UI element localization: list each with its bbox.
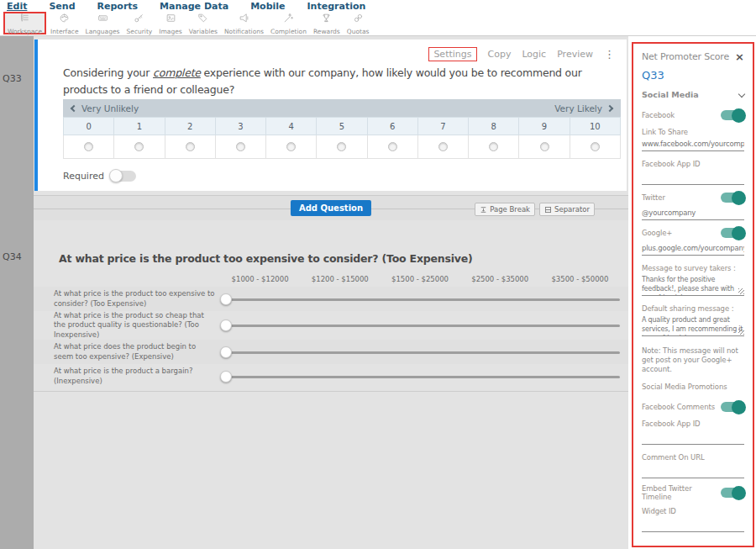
twitter-toggle[interactable] — [721, 193, 744, 203]
menu-mobile[interactable]: Mobile — [250, 1, 285, 12]
close-icon[interactable]: × — [735, 51, 744, 62]
toolbar-item-languages[interactable]: Languages — [83, 12, 123, 34]
slider-handle[interactable] — [220, 346, 232, 358]
nps-radio-1[interactable] — [134, 142, 144, 151]
toolbar-item-notifications[interactable]: Notifications — [222, 12, 266, 34]
link-to-share-input[interactable]: www.facebook.com/yourcompany — [642, 140, 744, 151]
twitter-handle-input[interactable]: @yourcompany — [642, 209, 744, 220]
nps-right-anchor[interactable]: Very Likely — [554, 103, 612, 113]
toolbar-item-rewards[interactable]: Rewards — [311, 12, 343, 34]
sharing-message-label: Default sharing message : — [642, 304, 744, 313]
nps-number: 2 — [165, 117, 216, 135]
logic-button[interactable]: Logic — [522, 49, 546, 60]
social-media-section-header[interactable]: Social Media — [642, 89, 744, 99]
resize-grip-icon[interactable] — [738, 288, 744, 294]
slider-track[interactable] — [227, 325, 620, 327]
nps-scale-header: Very Unlikely Very Likely — [63, 99, 621, 117]
facebook-app-id-input[interactable] — [642, 168, 744, 185]
nps-radio-8[interactable] — [489, 142, 498, 151]
price-range-label: $1200 - $15000 — [300, 275, 380, 283]
nps-radio-3[interactable] — [236, 142, 245, 151]
chevron-down-icon — [738, 91, 745, 98]
question-actions: Settings Copy Logic Preview ⋮ — [428, 47, 615, 61]
nps-number: 8 — [469, 117, 519, 135]
nps-number: 4 — [266, 117, 317, 135]
slider-row: At what price does the product begin to … — [34, 340, 628, 364]
widget-id-input[interactable] — [642, 515, 744, 532]
facebook-comments-row: Facebook Comments — [642, 401, 744, 413]
required-label: Required — [63, 171, 104, 182]
nps-radio-7[interactable] — [438, 142, 448, 151]
panel-question-code[interactable]: Q33 — [642, 69, 744, 81]
comment-on-url-input[interactable] — [642, 462, 744, 478]
slider-track[interactable] — [227, 298, 620, 301]
facebook-comments-toggle[interactable] — [721, 402, 744, 412]
nps-radio-6[interactable] — [388, 142, 397, 151]
separator-button[interactable]: Separator — [539, 203, 595, 216]
nps-number: 9 — [519, 117, 570, 135]
toolbar-item-variables[interactable]: Variables — [186, 12, 220, 34]
nps-radio-0[interactable] — [84, 142, 93, 151]
message-textarea[interactable]: Thanks for the positive feedback!, pleas… — [642, 275, 744, 296]
q34-question-text[interactable]: At what price is the product too expensi… — [59, 252, 628, 265]
google-plus-toggle[interactable] — [721, 228, 744, 238]
question-number-rail: Q33 Q34 — [0, 36, 34, 549]
nps-left-anchor[interactable]: Very Unlikely — [71, 103, 139, 113]
divider-line — [34, 391, 628, 392]
preview-button[interactable]: Preview — [557, 49, 593, 60]
nps-number: 0 — [64, 117, 114, 135]
embed-twitter-toggle[interactable] — [721, 488, 744, 498]
toolbar-item-completion[interactable]: Completion — [268, 12, 309, 34]
add-question-bar: Add Question Page Break Separator — [34, 195, 628, 220]
question-card-q34: At what price is the product too expensi… — [34, 220, 628, 392]
nps-number: 6 — [368, 117, 418, 135]
nps-number: 7 — [418, 117, 469, 135]
separator-icon — [544, 206, 552, 214]
toolbar-item-images[interactable]: Images — [156, 12, 184, 34]
slider-handle[interactable] — [220, 371, 232, 383]
question-card-q33: Settings Copy Logic Preview ⋮ Considerin… — [34, 40, 627, 191]
toolbar-item-security[interactable]: Security — [124, 12, 155, 34]
more-options-icon[interactable]: ⋮ — [604, 48, 615, 61]
menu-reports[interactable]: Reports — [97, 1, 139, 12]
page-break-button[interactable]: Page Break — [475, 203, 535, 216]
nps-radio-9[interactable] — [540, 142, 549, 151]
slider-handle[interactable] — [220, 293, 232, 305]
menu-send[interactable]: Send — [49, 1, 75, 12]
q33-question-text[interactable]: Considering your complete experience wit… — [63, 65, 607, 98]
toolbar-item-workspace[interactable]: Workspace — [3, 12, 46, 34]
toolbar-item-interface[interactable]: Interface — [48, 12, 81, 34]
nps-radio-4[interactable] — [286, 142, 296, 151]
required-row: Required — [63, 171, 136, 182]
slider-handle[interactable] — [220, 319, 232, 331]
required-toggle[interactable] — [111, 171, 136, 182]
google-plus-row: Google+ — [642, 227, 744, 239]
sharing-message-textarea[interactable]: A quality product and great services, I … — [642, 315, 744, 336]
survey-canvas: Settings Copy Logic Preview ⋮ Considerin… — [34, 36, 628, 549]
toolbar-item-quotas[interactable]: Quotas — [344, 12, 372, 34]
settings-button[interactable]: Settings — [428, 47, 476, 61]
chevron-right-icon — [606, 104, 613, 111]
nps-radio-5[interactable] — [337, 142, 346, 151]
google-plus-input[interactable]: plus.google.com/yourcompany — [642, 244, 744, 256]
nps-number: 1 — [114, 117, 165, 135]
price-range-label: $1000 - $12000 — [220, 275, 300, 283]
resize-grip-icon[interactable] — [738, 329, 744, 335]
copy-button[interactable]: Copy — [488, 49, 512, 60]
add-question-button[interactable]: Add Question — [291, 200, 371, 216]
chevron-left-icon — [71, 104, 77, 111]
facebook-toggle[interactable] — [721, 110, 744, 120]
nps-settings-panel: Net Promoter Score × Q33 Social Media Fa… — [632, 42, 754, 547]
slider-track[interactable] — [227, 351, 620, 354]
slider-row: At what price is the product a bargain? … — [34, 364, 628, 388]
facebook-app-id2-input[interactable] — [642, 428, 744, 445]
nps-radio-2[interactable] — [186, 142, 195, 151]
menu-manage-data[interactable]: Manage Data — [160, 1, 228, 12]
menu-edit[interactable]: Edit — [7, 1, 27, 12]
nps-radio-10[interactable] — [591, 142, 600, 151]
wand-icon — [281, 11, 296, 27]
slider-track[interactable] — [227, 376, 620, 378]
facebook-app-id-label: Facebook App ID — [642, 160, 744, 168]
menu-integration[interactable]: Integration — [307, 1, 366, 12]
keyboard-icon — [96, 11, 110, 27]
